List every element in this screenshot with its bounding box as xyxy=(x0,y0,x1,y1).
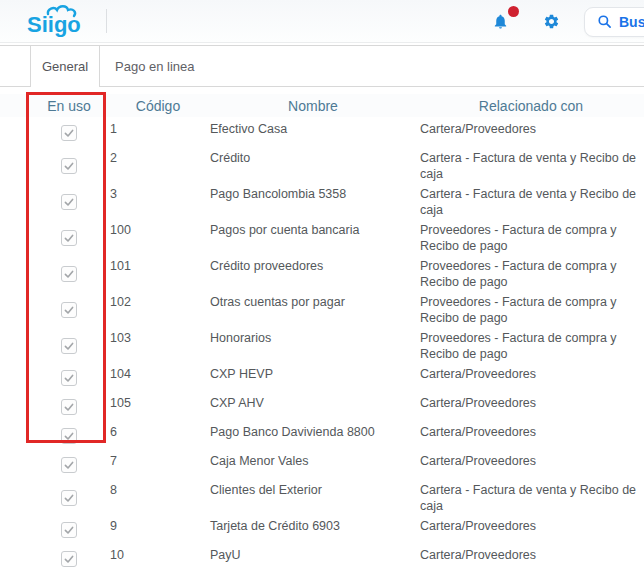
row-related: Cartera/Proveedores xyxy=(418,365,644,382)
check-icon xyxy=(63,340,75,352)
in-use-cell xyxy=(0,185,108,218)
table-row[interactable]: 101 Crédito proveedores Proveedores - Fa… xyxy=(0,254,644,290)
table-header-row: En uso Código Nombre Relacionado con xyxy=(0,94,644,117)
in-use-cell xyxy=(0,517,108,543)
in-use-cell xyxy=(0,149,108,182)
row-name: Otras cuentas por pagar xyxy=(208,293,418,310)
row-code: 8 xyxy=(108,481,208,498)
table-row[interactable]: 7 Caja Menor Vales Cartera/Proveedores xyxy=(0,449,644,478)
table-row[interactable]: 2 Crédito Cartera - Factura de venta y R… xyxy=(0,146,644,182)
table-row[interactable]: 8 Clientes del Exterior Cartera - Factur… xyxy=(0,478,644,514)
header-nombre: Nombre xyxy=(208,98,418,114)
tabstrip: General Pago en linea xyxy=(0,45,644,87)
row-name: Pagos por cuenta bancaria xyxy=(208,221,418,238)
in-use-cell xyxy=(0,329,108,362)
row-code: 7 xyxy=(108,452,208,469)
in-use-checkbox[interactable] xyxy=(61,194,77,210)
table-row[interactable]: 103 Honorarios Proveedores - Factura de … xyxy=(0,326,644,362)
tab-pago-en-linea[interactable]: Pago en linea xyxy=(100,46,210,86)
table-row[interactable]: 105 CXP AHV Cartera/Proveedores xyxy=(0,391,644,420)
in-use-cell xyxy=(0,257,108,290)
row-related: Cartera/Proveedores xyxy=(418,120,644,137)
row-code: 1 xyxy=(108,120,208,137)
tab-pago-en-linea-label: Pago en linea xyxy=(115,59,195,74)
row-code: 104 xyxy=(108,365,208,382)
in-use-cell xyxy=(0,120,108,146)
row-name: PayU xyxy=(208,546,418,563)
check-icon xyxy=(63,430,75,442)
row-related: Cartera/Proveedores xyxy=(418,394,644,411)
in-use-checkbox[interactable] xyxy=(61,522,77,538)
table-row[interactable]: 104 CXP HEVP Cartera/Proveedores xyxy=(0,362,644,391)
row-name: CXP AHV xyxy=(208,394,418,411)
in-use-cell xyxy=(0,394,108,420)
header-codigo: Código xyxy=(108,98,208,114)
row-related: Cartera - Factura de venta y Recibo de c… xyxy=(418,481,644,514)
row-name: CXP HEVP xyxy=(208,365,418,382)
in-use-checkbox[interactable] xyxy=(61,338,77,354)
in-use-checkbox[interactable] xyxy=(61,399,77,415)
in-use-checkbox[interactable] xyxy=(61,370,77,386)
row-name: Caja Menor Vales xyxy=(208,452,418,469)
check-icon xyxy=(63,372,75,384)
notifications-button[interactable] xyxy=(488,9,513,34)
check-icon xyxy=(63,524,75,536)
check-icon xyxy=(63,492,75,504)
table-row[interactable]: 6 Pago Banco Davivienda 8800 Cartera/Pro… xyxy=(0,420,644,449)
in-use-checkbox[interactable] xyxy=(61,551,77,567)
row-related: Proveedores - Factura de compra y Recibo… xyxy=(418,293,644,326)
row-name: Clientes del Exterior xyxy=(208,481,418,498)
tab-general[interactable]: General xyxy=(30,46,100,87)
in-use-cell xyxy=(0,365,108,391)
check-icon xyxy=(63,459,75,471)
row-code: 105 xyxy=(108,394,208,411)
in-use-checkbox[interactable] xyxy=(61,490,77,506)
in-use-checkbox[interactable] xyxy=(61,125,77,141)
in-use-checkbox[interactable] xyxy=(61,457,77,473)
in-use-checkbox[interactable] xyxy=(61,266,77,282)
table-row[interactable]: 1 Efectivo Casa Cartera/Proveedores xyxy=(0,117,644,146)
in-use-cell xyxy=(0,452,108,478)
check-icon xyxy=(63,268,75,280)
in-use-checkbox[interactable] xyxy=(61,158,77,174)
row-code: 10 xyxy=(108,546,208,563)
gear-icon xyxy=(543,13,560,30)
check-icon xyxy=(63,232,75,244)
in-use-checkbox[interactable] xyxy=(61,230,77,246)
table-row[interactable]: 102 Otras cuentas por pagar Proveedores … xyxy=(0,290,644,326)
table-row[interactable]: 100 Pagos por cuenta bancaria Proveedore… xyxy=(0,218,644,254)
row-related: Cartera/Proveedores xyxy=(418,546,644,563)
header-en-uso: En uso xyxy=(0,98,108,114)
row-code: 3 xyxy=(108,185,208,202)
row-related: Cartera - Factura de venta y Recibo de c… xyxy=(418,149,644,182)
row-code: 9 xyxy=(108,517,208,534)
in-use-cell xyxy=(0,293,108,326)
table-row[interactable]: 3 Pago Bancolombia 5358 Cartera - Factur… xyxy=(0,182,644,218)
row-name: Efectivo Casa xyxy=(208,120,418,137)
check-icon xyxy=(63,127,75,139)
siigo-logo[interactable]: Siigo xyxy=(26,4,107,38)
row-code: 101 xyxy=(108,257,208,274)
search-button[interactable]: Bus xyxy=(584,7,644,37)
row-name: Tarjeta de Crédito 6903 xyxy=(208,517,418,534)
check-icon xyxy=(63,304,75,316)
table-row[interactable]: 10 PayU Cartera/Proveedores xyxy=(0,543,644,568)
check-icon xyxy=(63,196,75,208)
row-code: 102 xyxy=(108,293,208,310)
search-button-label: Bus xyxy=(619,14,644,30)
row-related: Proveedores - Factura de compra y Recibo… xyxy=(418,221,644,254)
in-use-checkbox[interactable] xyxy=(61,302,77,318)
row-related: Cartera/Proveedores xyxy=(418,452,644,469)
row-name: Honorarios xyxy=(208,329,418,346)
in-use-checkbox[interactable] xyxy=(61,428,77,444)
settings-button[interactable] xyxy=(539,9,564,34)
payment-methods-table: En uso Código Nombre Relacionado con 1 E… xyxy=(0,87,644,568)
in-use-cell xyxy=(0,546,108,568)
row-name: Pago Banco Davivienda 8800 xyxy=(208,423,418,440)
in-use-cell xyxy=(0,481,108,514)
table-row[interactable]: 9 Tarjeta de Crédito 6903 Cartera/Provee… xyxy=(0,514,644,543)
siigo-logo-icon: Siigo xyxy=(26,4,92,38)
payment-methods-list: 1 Efectivo Casa Cartera/Proveedores 2 Cr… xyxy=(0,117,644,568)
row-code: 6 xyxy=(108,423,208,440)
topbar: Siigo Bus xyxy=(0,0,644,43)
